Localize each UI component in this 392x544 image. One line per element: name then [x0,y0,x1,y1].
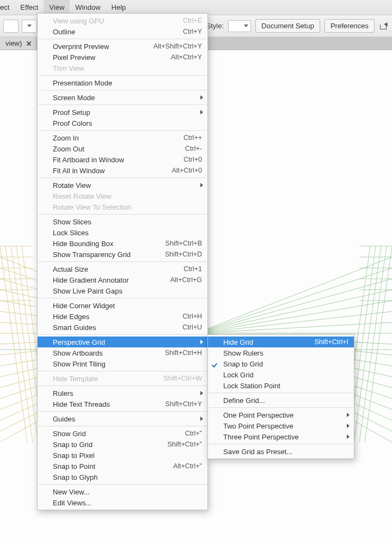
view-menu-item-show-print-tiling[interactable]: Show Print Tiling [38,358,207,369]
menu-item-label: Hide Text Threads [53,400,159,408]
menu-item-label: Screen Mode [53,94,202,102]
view-menu-item-edit-views[interactable]: Edit Views... [38,497,207,508]
view-menu-item-show-transparency-grid[interactable]: Show Transparency GridShift+Ctrl+D [38,249,207,260]
menu-item-label: Hide Gradient Annotator [53,276,164,284]
menu-item-shortcut: Ctrl+E [183,17,202,25]
view-menu-item-rulers[interactable]: Rulers [38,388,207,399]
perspective-submenu-item-lock-station-point[interactable]: Lock Station Point [208,380,354,391]
menu-item-label: Zoom In [53,134,177,142]
menu-label: Help [112,3,126,11]
view-menu-item-snap-to-pixel[interactable]: Snap to Pixel [38,450,207,461]
view-menu-item-show-live-paint-gaps[interactable]: Show Live Paint Gaps [38,285,207,296]
menubar-item-help[interactable]: Help [106,0,132,15]
share-icon[interactable] [379,21,389,31]
menubar-item-effect[interactable]: Effect [15,0,44,15]
view-menu-item-outline[interactable]: OutlineCtrl+Y [38,26,207,37]
view-menu-item-show-grid[interactable]: Show GridCtrl+" [38,428,207,439]
menu-item-label: Smart Guides [53,323,176,332]
menubar-item-window[interactable]: Window [70,0,106,15]
perspective-submenu-item-show-rulers[interactable]: Show Rulers [208,347,354,358]
view-menu: View using GPUCtrl+EOutlineCtrl+YOverpri… [37,13,208,510]
menu-item-label: Snap to Glyph [53,473,202,481]
view-menu-item-snap-to-glyph[interactable]: Snap to Glyph [38,472,207,482]
svg-line-38 [11,246,38,442]
view-menu-item-hide-text-threads[interactable]: Hide Text ThreadsShift+Ctrl+Y [38,399,207,409]
fill-swatch[interactable] [3,20,19,33]
view-menu-item-show-slices[interactable]: Show Slices [38,216,207,227]
view-menu-item-proof-colors[interactable]: Proof Colors [38,118,207,129]
view-menu-item-rotate-view[interactable]: Rotate View [38,180,207,191]
perspective-submenu-item-three-point-perspective[interactable]: Three Point Perspective [208,431,354,442]
menu-item-label: Snap to Grid [53,441,161,449]
svg-line-18 [196,257,392,333]
fill-dropdown[interactable] [22,20,37,33]
view-menu-item-smart-guides[interactable]: Smart GuidesCtrl+U [38,322,207,333]
perspective-submenu-item-lock-grid[interactable]: Lock Grid [208,369,354,380]
view-menu-item-zoom-out[interactable]: Zoom OutCtrl+- [38,143,207,154]
menu-item-shortcut: Ctrl+0 [183,156,202,163]
menu-item-label: Fit All in Window [53,167,165,175]
view-menu-item-show-artboards[interactable]: Show ArtboardsShift+Ctrl+H [38,347,207,358]
menu-separator [38,334,207,335]
menu-item-label: Guides [53,415,202,423]
menu-separator [38,386,207,386]
menu-separator [38,75,207,76]
svg-line-37 [5,246,33,442]
view-menu-item-overprint-preview[interactable]: Overprint PreviewAlt+Shift+Ctrl+Y [38,41,207,52]
menu-label: View [49,3,64,11]
view-menu-item-hide-gradient-annotator[interactable]: Hide Gradient AnnotatorAlt+Ctrl+G [38,274,207,285]
menu-item-shortcut: Shift+Ctrl+I [314,338,348,346]
perspective-submenu-item-hide-grid[interactable]: Hide GridShift+Ctrl+I [208,337,354,347]
menu-item-label: Outline [53,28,176,36]
menu-separator [209,393,353,393]
view-menu-item-snap-to-point[interactable]: Snap to PointAlt+Ctrl+" [38,461,207,472]
menu-separator [38,371,207,371]
check-icon [212,360,219,367]
menu-item-label: Show Grid [53,430,179,438]
view-menu-item-view-using-gpu: View using GPUCtrl+E [38,15,207,26]
view-menu-item-hide-edges[interactable]: Hide EdgesCtrl+H [38,311,207,322]
view-menu-item-proof-setup[interactable]: Proof Setup [38,107,207,118]
style-dropdown[interactable] [228,20,251,32]
chevron-right-icon [200,183,203,187]
view-menu-item-reset-rotate-view: Reset Rotate View [38,191,207,201]
menu-item-label: Zoom Out [53,145,179,153]
view-menu-item-snap-to-grid[interactable]: Snap to GridShift+Ctrl+" [38,439,207,450]
view-menu-item-screen-mode[interactable]: Screen Mode [38,92,207,103]
view-menu-item-presentation-mode[interactable]: Presentation Mode [38,77,207,88]
view-menu-item-trim-view: Trim View [38,63,207,74]
chevron-right-icon [347,424,350,428]
svg-line-49 [354,246,381,442]
perspective-submenu-item-save-grid-as-preset[interactable]: Save Grid as Preset... [208,446,354,457]
view-menu-item-pixel-preview[interactable]: Pixel PreviewAlt+Ctrl+Y [38,52,207,63]
menu-item-label: Rotate View To Selection [53,203,202,211]
view-menu-item-lock-slices[interactable]: Lock Slices [38,227,207,238]
svg-line-23 [196,311,392,333]
view-menu-item-new-view[interactable]: New View... [38,486,207,497]
menu-item-label: Show Live Paint Gaps [53,287,202,295]
close-icon[interactable] [26,41,32,46]
view-menu-item-fit-all-in-window[interactable]: Fit All in WindowAlt+Ctrl+0 [38,165,207,176]
view-menu-item-perspective-grid[interactable]: Perspective Grid [38,337,207,347]
perspective-submenu-item-snap-to-grid[interactable]: Snap to Grid [208,358,354,369]
view-menu-item-actual-size[interactable]: Actual SizeCtrl+1 [38,264,207,274]
perspective-submenu-item-one-point-perspective[interactable]: One Point Perspective [208,409,354,420]
view-menu-item-fit-artboard-in-window[interactable]: Fit Artboard in WindowCtrl+0 [38,154,207,165]
menu-item-label: Hide Edges [53,313,176,321]
perspective-submenu-item-define-grid[interactable]: Define Grid... [208,395,354,406]
menu-item-label: Lock Slices [53,229,202,237]
view-menu-item-hide-bounding-box[interactable]: Hide Bounding BoxShift+Ctrl+B [38,238,207,249]
document-setup-button[interactable]: Document Setup [255,19,320,33]
menubar-item-select[interactable]: ect [0,0,15,15]
preferences-button[interactable]: Preferences [324,19,375,33]
document-tab[interactable]: view) [0,37,36,50]
view-menu-item-hide-corner-widget[interactable]: Hide Corner Widget [38,300,207,311]
perspective-submenu-item-two-point-perspective[interactable]: Two Point Perspective [208,420,354,431]
view-menu-item-zoom-in[interactable]: Zoom InCtrl++ [38,132,207,143]
menubar-item-view[interactable]: View [44,0,70,15]
menu-item-shortcut: Ctrl++ [183,134,202,142]
menu-item-label: Proof Setup [53,108,202,117]
menu-item-label: Fit Artboard in Window [53,156,177,164]
menu-item-label: Overprint Preview [53,42,147,51]
view-menu-item-guides[interactable]: Guides [38,413,207,424]
